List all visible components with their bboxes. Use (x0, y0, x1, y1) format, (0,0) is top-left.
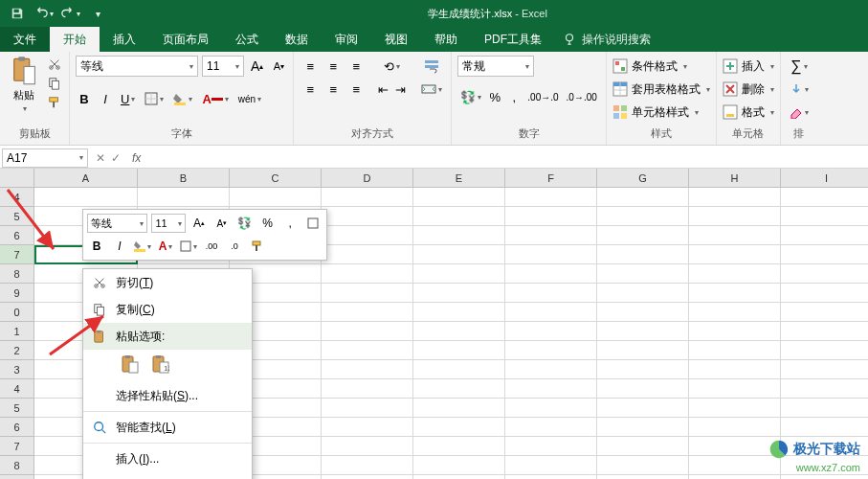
row-header[interactable]: 6 (0, 418, 34, 437)
percent-format-icon[interactable]: % (486, 86, 503, 107)
tab-view[interactable]: 视图 (371, 27, 421, 52)
increase-indent-icon[interactable]: ⇥ (391, 79, 409, 100)
cell[interactable] (689, 399, 781, 418)
cell[interactable] (505, 322, 597, 341)
cell[interactable] (322, 264, 413, 284)
save-icon[interactable] (8, 4, 27, 23)
cell[interactable] (505, 475, 597, 479)
cell[interactable] (322, 303, 413, 322)
mini-size-combo[interactable]: 11▾ (151, 214, 186, 233)
align-left-icon[interactable]: ≡ (300, 79, 321, 100)
tab-pdf[interactable]: PDF工具集 (471, 27, 555, 52)
cell[interactable] (781, 475, 868, 479)
insert-cells-button[interactable]: 插入▾ (723, 56, 774, 77)
cell[interactable] (322, 418, 413, 437)
cell[interactable] (413, 284, 505, 303)
cell[interactable] (781, 303, 868, 322)
row-header[interactable]: 0 (0, 303, 34, 322)
cell[interactable] (322, 284, 413, 303)
cell[interactable] (413, 226, 505, 245)
ctx-insert[interactable]: 插入(I)... (83, 445, 252, 472)
cell[interactable] (597, 264, 689, 284)
paste-button[interactable]: 粘贴 ▾ (6, 56, 42, 113)
tab-help[interactable]: 帮助 (421, 27, 471, 52)
cell[interactable] (322, 188, 413, 207)
cell[interactable] (322, 475, 413, 479)
tell-me[interactable]: 操作说明搜索 (555, 27, 651, 52)
paste-option-values[interactable]: 123 (148, 352, 173, 376)
cell[interactable] (689, 322, 781, 341)
column-header[interactable]: E (413, 169, 505, 188)
mini-font-combo[interactable]: 等线▾ (87, 214, 147, 233)
underline-button[interactable]: U▾ (118, 88, 138, 109)
cell[interactable] (413, 360, 505, 379)
align-middle-icon[interactable]: ≡ (323, 56, 344, 77)
mini-comma-icon[interactable]: , (280, 214, 300, 233)
cell[interactable] (505, 418, 597, 437)
tab-insert[interactable]: 插入 (100, 27, 149, 52)
mini-italic-icon[interactable]: I (110, 237, 129, 256)
row-header[interactable]: 7 (0, 437, 34, 456)
mini-decimal-dec-icon[interactable]: .0 (225, 237, 244, 256)
cell[interactable] (597, 207, 689, 226)
cell[interactable] (413, 207, 505, 226)
cell[interactable] (413, 303, 505, 322)
format-painter-icon[interactable] (46, 94, 63, 111)
cell[interactable] (689, 456, 781, 475)
ctx-cut[interactable]: 剪切(T) (83, 269, 252, 296)
tab-formulas[interactable]: 公式 (222, 27, 272, 52)
cell[interactable] (322, 437, 413, 456)
cell[interactable] (689, 303, 781, 322)
column-header[interactable]: F (505, 169, 597, 188)
mini-percent-icon[interactable]: % (258, 214, 278, 233)
cell[interactable] (689, 437, 781, 456)
column-header[interactable]: B (138, 169, 230, 188)
cell[interactable] (689, 418, 781, 437)
decrease-decimal-icon[interactable]: .0→.00 (564, 86, 600, 107)
undo-icon[interactable]: ▾ (34, 4, 54, 23)
cell[interactable] (781, 341, 868, 360)
cell[interactable] (413, 245, 505, 264)
cell[interactable] (505, 379, 597, 399)
align-center-icon[interactable]: ≡ (323, 79, 344, 100)
row-header[interactable]: 4 (0, 379, 34, 399)
fx-icon[interactable]: fx (128, 151, 145, 165)
font-color-button[interactable]: A▾ (199, 88, 231, 109)
copy-icon[interactable] (46, 75, 63, 92)
mini-borders-icon[interactable] (303, 214, 323, 233)
cell[interactable] (597, 188, 689, 207)
cell[interactable] (322, 207, 413, 226)
cell[interactable] (505, 341, 597, 360)
cell[interactable] (689, 188, 781, 207)
italic-button[interactable]: I (97, 88, 114, 109)
font-name-combo[interactable]: 等线▾ (76, 56, 198, 77)
cell[interactable] (505, 245, 597, 264)
cell[interactable] (689, 245, 781, 264)
cell[interactable] (689, 207, 781, 226)
tab-file[interactable]: 文件 (0, 27, 50, 52)
qat-customize-icon[interactable]: ▾ (88, 4, 107, 23)
cell[interactable] (505, 188, 597, 207)
cell[interactable] (322, 341, 413, 360)
row-header[interactable]: 8 (0, 456, 34, 475)
cell[interactable] (322, 456, 413, 475)
cell[interactable] (597, 379, 689, 399)
cell[interactable] (597, 226, 689, 245)
cell-styles-button[interactable]: 单元格样式▾ (612, 102, 710, 123)
mini-bold-icon[interactable]: B (87, 237, 106, 256)
align-bottom-icon[interactable]: ≡ (345, 56, 367, 77)
increase-font-icon[interactable]: A▴ (248, 56, 266, 77)
cell[interactable] (413, 437, 505, 456)
row-header[interactable]: 1 (0, 322, 34, 341)
cell[interactable] (138, 188, 230, 207)
cell[interactable] (505, 360, 597, 379)
borders-button[interactable]: ▾ (142, 88, 167, 109)
cell[interactable] (505, 303, 597, 322)
conditional-format-button[interactable]: 条件格式▾ (612, 56, 710, 77)
phonetic-button[interactable]: wén▾ (235, 88, 264, 109)
cell[interactable] (413, 264, 505, 284)
cell[interactable] (597, 341, 689, 360)
cell[interactable] (597, 303, 689, 322)
cell[interactable] (597, 475, 689, 479)
cell[interactable] (413, 418, 505, 437)
